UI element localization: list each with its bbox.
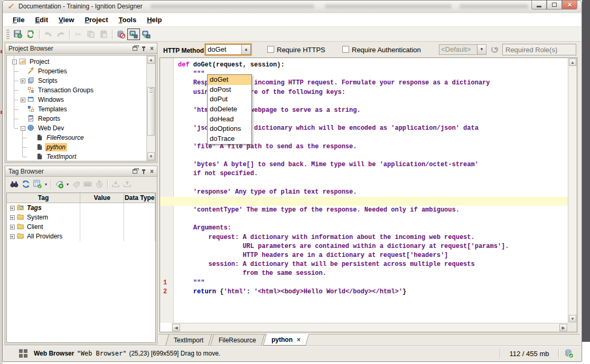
- tag-row-client[interactable]: +Client: [7, 222, 155, 232]
- code-line: HTTP headers are in a dictionary at requ…: [160, 251, 567, 260]
- toolbar-grip-handle[interactable]: [6, 30, 10, 39]
- tree-item-properties[interactable]: Properties: [7, 66, 146, 76]
- minimize-button[interactable]: [531, 1, 547, 9]
- save-button[interactable]: [12, 28, 24, 40]
- code-line: [160, 215, 567, 224]
- menu-edit[interactable]: Edit: [30, 14, 53, 25]
- close-button[interactable]: ✕: [562, 1, 577, 9]
- float-panel-icon[interactable]: [133, 168, 137, 175]
- folder-icon: [16, 223, 25, 231]
- http-method-combobox[interactable]: doGet ▲: [205, 44, 251, 55]
- db-pause-button[interactable]: [115, 28, 127, 40]
- new-tag-button[interactable]: [53, 179, 65, 189]
- menu-tools[interactable]: Tools: [113, 14, 142, 25]
- tree-item-python[interactable]: python: [7, 142, 146, 152]
- tree-item-transaction-groups[interactable]: Transaction Groups: [7, 85, 146, 95]
- import-tags-button: [110, 179, 121, 189]
- method-option-doget[interactable]: doGet: [208, 75, 251, 85]
- edit-columns-button[interactable]: [32, 179, 43, 189]
- menu-file[interactable]: File: [7, 14, 30, 25]
- tree-item-web-dev[interactable]: -Web Dev: [7, 123, 146, 133]
- restore-button[interactable]: [547, 1, 562, 9]
- column-header-data-type[interactable]: Data Type: [124, 193, 155, 203]
- collapse-icon[interactable]: -: [12, 60, 17, 64]
- collapse-icon[interactable]: -: [21, 126, 25, 131]
- update-project-button[interactable]: [140, 28, 153, 40]
- menu-project[interactable]: Project: [79, 14, 113, 25]
- tag-row-all-providers[interactable]: +All Providers: [7, 232, 155, 241]
- method-option-doput[interactable]: doPut: [208, 94, 251, 104]
- tag-row-label: Client: [26, 223, 43, 231]
- tree-item-scripts[interactable]: +Scripts: [7, 76, 146, 85]
- column-header-tag[interactable]: Tag: [7, 193, 80, 203]
- expand-icon[interactable]: +: [21, 79, 25, 83]
- editor-horizontal-scrollbar[interactable]: ◀ ▶: [172, 323, 568, 332]
- float-panel-icon[interactable]: [133, 45, 137, 52]
- tree-item-fileresource[interactable]: FileResource: [7, 133, 146, 142]
- tree-item-windows[interactable]: +Windows: [7, 95, 146, 104]
- tree-item-textimport[interactable]: TextImport: [7, 152, 146, 161]
- tab-fileresource[interactable]: FileResource: [210, 334, 265, 346]
- code-editor[interactable]: def doGet(request, session): """ Respond…: [160, 58, 577, 332]
- expand-icon[interactable]: +: [10, 234, 15, 239]
- tag-browser-header[interactable]: Tag Browser ×: [5, 166, 157, 177]
- tree-item-label: Scripts: [36, 76, 59, 85]
- caret-icon[interactable]: ▾: [43, 182, 49, 187]
- tree-item-label: python: [45, 143, 67, 151]
- line-number: 1: [163, 279, 174, 288]
- scroll-up-icon[interactable]: ▲: [569, 59, 576, 66]
- close-panel-icon[interactable]: ×: [150, 45, 154, 52]
- editor-vertical-scrollbar[interactable]: ▲ ▼: [568, 58, 577, 323]
- tree-item-templates[interactable]: Templates: [7, 104, 146, 114]
- tree-item-label: Reports: [36, 114, 62, 123]
- project-tree-scrollbar[interactable]: ▲ ▼: [146, 55, 155, 161]
- default-role-combobox[interactable]: <Default> ▼: [439, 44, 486, 55]
- project-browser-header[interactable]: Project Browser ×: [5, 43, 157, 54]
- scroll-up-icon[interactable]: ▲: [147, 56, 155, 64]
- scroll-down-icon[interactable]: ▼: [147, 152, 155, 160]
- required-roles-input[interactable]: [502, 44, 576, 55]
- expand-icon[interactable]: +: [10, 215, 15, 220]
- menu-help[interactable]: Help: [142, 14, 167, 25]
- method-option-dodelete[interactable]: doDelete: [208, 104, 251, 114]
- combo-arrow-up-icon[interactable]: ▲: [241, 45, 250, 54]
- close-panel-icon[interactable]: ×: [150, 168, 154, 175]
- download-project-button[interactable]: [127, 28, 140, 40]
- tag-row-tags[interactable]: +Tags: [7, 203, 155, 213]
- edit-tag-button: [70, 179, 82, 189]
- expand-icon[interactable]: +: [10, 206, 15, 210]
- refresh-tags-button[interactable]: [20, 179, 32, 189]
- caret-icon[interactable]: ▾: [65, 182, 70, 187]
- expand-icon[interactable]: +: [10, 225, 15, 229]
- refresh-roles-icon[interactable]: [491, 46, 498, 53]
- tab-textimport[interactable]: TextImport: [165, 334, 212, 346]
- tree-item-project[interactable]: -Project: [7, 57, 146, 66]
- method-option-dooptions[interactable]: doOptions: [208, 124, 251, 134]
- export-button[interactable]: [24, 28, 37, 40]
- method-option-dotrace[interactable]: doTrace: [208, 134, 251, 144]
- project-icon: [18, 58, 27, 65]
- method-option-dohead[interactable]: doHead: [208, 114, 251, 124]
- status-bar: Web Browser "Web Browser" (25,23) [699x5…: [3, 346, 581, 361]
- find-tag-button[interactable]: [8, 179, 20, 189]
- scroll-down-icon[interactable]: ▼: [569, 315, 576, 322]
- menu-view[interactable]: View: [53, 14, 79, 25]
- scrollbar-thumb[interactable]: [147, 87, 155, 136]
- tree-item-reports[interactable]: Reports: [7, 114, 146, 123]
- require-https-checkbox[interactable]: [267, 46, 274, 53]
- require-authentication-checkbox[interactable]: [342, 46, 349, 53]
- close-tab-icon[interactable]: ×: [297, 336, 301, 343]
- title-bar[interactable]: ✓ Documentation - Training - Ignition De…: [3, 1, 582, 13]
- scroll-left-icon[interactable]: ◀: [172, 324, 180, 331]
- tab-python[interactable]: python×: [263, 334, 309, 346]
- http-method-label: HTTP Method: [163, 47, 204, 54]
- transaction-icon: [27, 87, 35, 94]
- method-option-dopost[interactable]: doPost: [208, 85, 251, 95]
- gateway-connection-icon[interactable]: [564, 349, 574, 358]
- pin-panel-icon[interactable]: [142, 168, 146, 175]
- column-header-value[interactable]: Value: [80, 193, 124, 203]
- pin-panel-icon[interactable]: [142, 45, 146, 52]
- expand-icon[interactable]: +: [21, 98, 25, 102]
- tag-row-system[interactable]: +System: [7, 213, 155, 222]
- scroll-right-icon[interactable]: ▶: [559, 324, 567, 331]
